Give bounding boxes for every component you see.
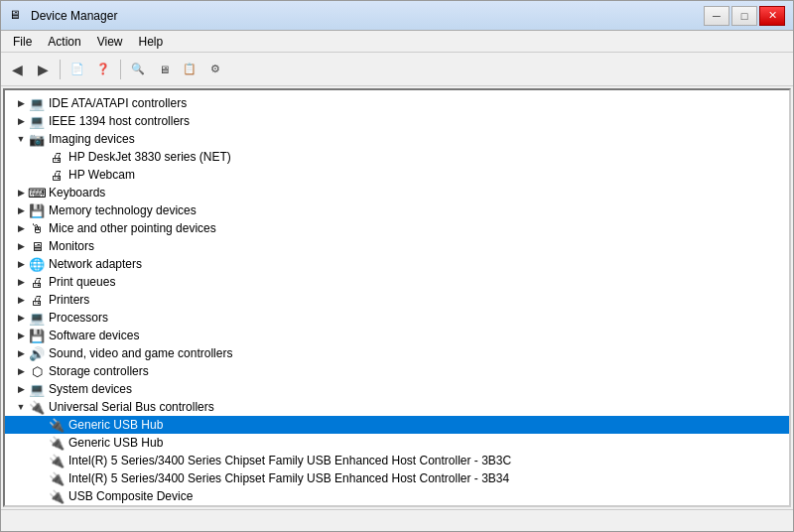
tree-item-ieee1394[interactable]: 💻 IEEE 1394 host controllers <box>5 112 789 130</box>
menu-help[interactable]: Help <box>131 32 172 52</box>
label-printers: Printers <box>49 293 89 307</box>
tree-item-software-dev[interactable]: 💾 Software devices <box>5 327 789 344</box>
icon-software-dev: 💾 <box>29 328 45 343</box>
expand-hp-webcam <box>33 167 49 183</box>
tree-item-printers[interactable]: 🖨 Printers <box>5 291 789 309</box>
label-imaging: Imaging devices <box>49 132 135 146</box>
label-hp-webcam: HP Webcam <box>68 168 135 182</box>
tree-item-keyboards[interactable]: ⌨ Keyboards <box>5 184 789 201</box>
expand-generic-usb-hub-1 <box>33 417 49 433</box>
expand-storage[interactable] <box>13 363 29 379</box>
expand-memory-tech[interactable] <box>13 202 29 218</box>
expand-system-dev[interactable] <box>13 381 29 397</box>
device-button[interactable]: 🖥 <box>152 58 176 81</box>
tree-item-intel-usb-3b3c[interactable]: 🔌 Intel(R) 5 Series/3400 Series Chipset … <box>5 452 789 469</box>
title-bar-controls: ─ □ ✕ <box>704 6 785 26</box>
tree-item-generic-usb-hub-1[interactable]: 🔌 Generic USB Hub <box>5 416 789 434</box>
device-tree[interactable]: 💻 IDE ATA/ATAPI controllers 💻 IEEE 1394 … <box>5 90 789 505</box>
properties-button[interactable]: 📄 <box>66 58 89 81</box>
expand-ieee1394[interactable] <box>13 113 29 129</box>
tree-item-storage[interactable]: ⬡ Storage controllers <box>5 362 789 380</box>
scan-button[interactable]: 🔍 <box>126 58 150 81</box>
minimize-button[interactable]: ─ <box>704 6 729 26</box>
expand-monitors[interactable] <box>13 238 29 254</box>
forward-button[interactable]: ▶ <box>31 58 55 81</box>
window-title: Device Manager <box>31 9 117 23</box>
toolbar: ◀ ▶ 📄 ❓ 🔍 🖥 📋 ⚙ <box>1 53 793 86</box>
icon-network: 🌐 <box>29 256 45 272</box>
title-bar-left: 🖥 Device Manager <box>9 8 117 24</box>
tree-item-ide-ata[interactable]: 💻 IDE ATA/ATAPI controllers <box>5 94 789 112</box>
expand-intel-usb-3b34 <box>33 470 49 486</box>
action-button[interactable]: ❓ <box>91 58 115 81</box>
tree-item-intel-usb-3b34[interactable]: 🔌 Intel(R) 5 Series/3400 Series Chipset … <box>5 469 789 487</box>
icon-hp-webcam: 🖨 <box>49 167 65 183</box>
label-mice: Mice and other pointing devices <box>49 221 216 235</box>
icon-usb-composite: 🔌 <box>49 488 65 504</box>
expand-usb-ctrl[interactable] <box>13 399 29 415</box>
icon-ide-ata: 💻 <box>29 95 45 111</box>
tree-item-usb-ctrl[interactable]: 🔌 Universal Serial Bus controllers <box>5 398 789 416</box>
expand-print-queues[interactable] <box>13 274 29 290</box>
icon-generic-usb-hub-1: 🔌 <box>49 417 65 433</box>
expand-ide-ata[interactable] <box>13 95 29 111</box>
label-system-dev: System devices <box>49 382 132 396</box>
tree-item-network[interactable]: 🌐 Network adapters <box>5 255 789 273</box>
tree-item-hp-webcam[interactable]: 🖨 HP Webcam <box>5 166 789 184</box>
back-button[interactable]: ◀ <box>5 58 29 81</box>
tree-item-generic-usb-hub-2[interactable]: 🔌 Generic USB Hub <box>5 434 789 452</box>
driver-button[interactable]: ⚙ <box>203 58 227 81</box>
tree-item-usb-composite[interactable]: 🔌 USB Composite Device <box>5 487 789 505</box>
icon-imaging: 📷 <box>29 131 45 147</box>
title-bar: 🖥 Device Manager ─ □ ✕ <box>1 1 793 31</box>
expand-software-dev[interactable] <box>13 328 29 343</box>
icon-monitors: 🖥 <box>29 238 45 254</box>
tree-item-processors[interactable]: 💻 Processors <box>5 309 789 327</box>
menu-bar: File Action View Help <box>1 31 793 53</box>
expand-sound-video[interactable] <box>13 345 29 361</box>
content-area: 💻 IDE ATA/ATAPI controllers 💻 IEEE 1394 … <box>3 88 791 507</box>
label-monitors: Monitors <box>49 239 94 253</box>
close-button[interactable]: ✕ <box>759 6 785 26</box>
label-intel-usb-3b34: Intel(R) 5 Series/3400 Series Chipset Fa… <box>68 471 509 485</box>
label-print-queues: Print queues <box>49 275 115 289</box>
tree-item-system-dev[interactable]: 💻 System devices <box>5 380 789 398</box>
tree-item-mice[interactable]: 🖱 Mice and other pointing devices <box>5 219 789 237</box>
expand-processors[interactable] <box>13 310 29 326</box>
icon-usb-ctrl: 🔌 <box>29 399 45 415</box>
tree-item-print-queues[interactable]: 🖨 Print queues <box>5 273 789 291</box>
tree-item-imaging[interactable]: 📷 Imaging devices <box>5 130 789 148</box>
expand-imaging[interactable] <box>13 131 29 147</box>
label-keyboards: Keyboards <box>49 186 105 200</box>
tree-item-hp-deskjet[interactable]: 🖨 HP DeskJet 3830 series (NET) <box>5 148 789 166</box>
icon-print-queues: 🖨 <box>29 274 45 290</box>
expand-hp-deskjet <box>33 149 49 165</box>
menu-action[interactable]: Action <box>40 32 88 52</box>
resource-button[interactable]: 📋 <box>178 58 201 81</box>
icon-hp-deskjet: 🖨 <box>49 149 65 165</box>
window-icon: 🖥 <box>9 8 25 24</box>
label-storage: Storage controllers <box>49 364 149 378</box>
expand-mice[interactable] <box>13 220 29 236</box>
expand-printers[interactable] <box>13 292 29 308</box>
icon-printers: 🖨 <box>29 292 45 308</box>
icon-ieee1394: 💻 <box>29 113 45 129</box>
tree-item-memory-tech[interactable]: 💾 Memory technology devices <box>5 201 789 219</box>
menu-file[interactable]: File <box>5 32 40 52</box>
menu-view[interactable]: View <box>89 32 131 52</box>
icon-intel-usb-3b34: 🔌 <box>49 470 65 486</box>
label-memory-tech: Memory technology devices <box>49 203 197 217</box>
icon-generic-usb-hub-2: 🔌 <box>49 435 65 451</box>
icon-mice: 🖱 <box>29 220 45 236</box>
expand-network[interactable] <box>13 256 29 272</box>
toolbar-sep-1 <box>60 60 61 79</box>
label-hp-deskjet: HP DeskJet 3830 series (NET) <box>68 150 231 164</box>
maximize-button[interactable]: □ <box>731 6 757 26</box>
tree-item-sound-video[interactable]: 🔊 Sound, video and game controllers <box>5 344 789 362</box>
label-network: Network adapters <box>49 257 142 271</box>
icon-keyboards: ⌨ <box>29 185 45 200</box>
icon-memory-tech: 💾 <box>29 202 45 218</box>
label-ide-ata: IDE ATA/ATAPI controllers <box>49 96 187 110</box>
tree-item-monitors[interactable]: 🖥 Monitors <box>5 237 789 255</box>
icon-intel-usb-3b3c: 🔌 <box>49 453 65 468</box>
